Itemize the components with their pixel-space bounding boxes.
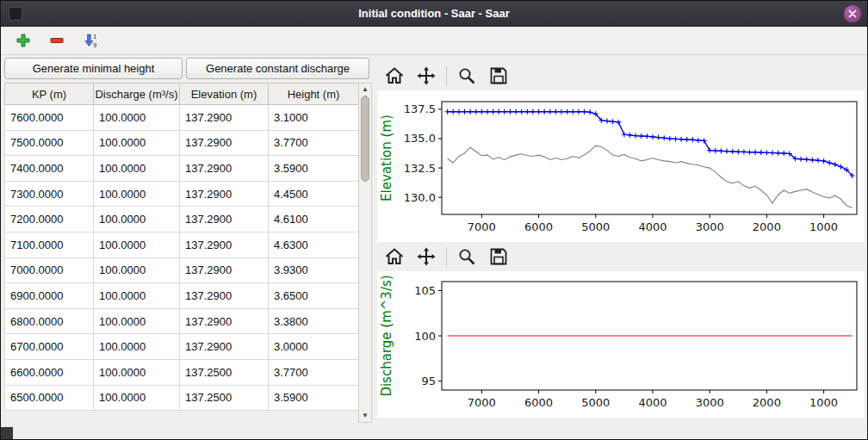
table-cell[interactable]: 100.0000 <box>94 283 180 309</box>
chart-pan-button[interactable] <box>414 245 438 269</box>
table-cell[interactable]: 4.6300 <box>269 232 359 257</box>
table-row[interactable]: 7100.0000100.0000137.29004.6300 <box>5 232 359 257</box>
chart-home-button[interactable] <box>382 245 406 269</box>
table-cell[interactable]: 137.2900 <box>180 334 269 360</box>
svg-text:135.0: 135.0 <box>404 132 436 145</box>
sort-button[interactable]: 1 9 <box>79 29 102 52</box>
table-cell[interactable]: 137.2900 <box>180 308 269 334</box>
window-resize-grip[interactable] <box>1 427 13 439</box>
table-cell[interactable]: 3.9300 <box>269 257 359 283</box>
chart-pan-button[interactable] <box>414 64 438 88</box>
table-header-row: KP (m)Discharge (m³/s)Elevation (m)Heigh… <box>5 84 359 105</box>
table-cell[interactable]: 100.0000 <box>94 334 180 360</box>
table-cell[interactable]: 137.2900 <box>180 283 269 309</box>
column-header[interactable]: KP (m) <box>5 84 94 105</box>
table-row[interactable]: 6800.0000100.0000137.29003.3800 <box>5 308 359 334</box>
table-cell[interactable]: 100.0000 <box>94 130 180 156</box>
table-cell[interactable]: 137.2500 <box>180 385 269 411</box>
generate-minimal-height-button[interactable]: Generate minimal height <box>4 58 183 79</box>
titlebar[interactable]: Initial condition - Saar - Saar <box>1 1 867 27</box>
table-cell[interactable]: 6800.0000 <box>5 308 94 334</box>
table-cell[interactable]: 137.2900 <box>180 130 269 156</box>
chart-zoom-button[interactable] <box>455 64 479 88</box>
table-row[interactable]: 6700.0000100.0000137.29003.0000 <box>5 334 359 360</box>
table-row[interactable]: 6500.0000100.0000137.25003.5900 <box>5 385 359 411</box>
table-row[interactable]: 7000.0000100.0000137.29003.9300 <box>5 257 359 283</box>
table-row[interactable]: 7400.0000100.0000137.29003.5900 <box>5 156 359 182</box>
initial-condition-table: KP (m)Discharge (m³/s)Elevation (m)Heigh… <box>4 83 358 411</box>
minus-icon <box>49 33 65 48</box>
table-cell[interactable]: 3.7700 <box>269 130 359 156</box>
scrollbar-up-arrow[interactable]: ▲ <box>359 85 371 94</box>
elevation-chart-toolbar <box>382 63 511 89</box>
discharge-chart[interactable]: 700060005000400030002000100095100105Disc… <box>377 271 865 418</box>
table-cell[interactable]: 6600.0000 <box>5 359 94 385</box>
table-cell[interactable]: 137.2900 <box>180 105 269 131</box>
table-cell[interactable]: 100.0000 <box>94 257 180 283</box>
table-cell[interactable]: 3.1000 <box>269 105 359 131</box>
elevation-chart[interactable]: 7000600050004000300020001000130.0132.513… <box>377 90 865 242</box>
table-cell[interactable]: 3.3800 <box>269 308 359 334</box>
svg-text:2000: 2000 <box>753 220 781 233</box>
table-cell[interactable]: 6500.0000 <box>5 385 94 411</box>
scrollbar-down-arrow[interactable]: ▼ <box>359 412 371 420</box>
column-header[interactable]: Elevation (m) <box>180 84 269 105</box>
table-row[interactable]: 6900.0000100.0000137.29003.6500 <box>5 283 359 309</box>
table-cell[interactable]: 100.0000 <box>94 156 180 182</box>
chart-canvas[interactable]: 7000600050004000300020001000130.0132.513… <box>377 90 865 242</box>
scrollbar-thumb[interactable] <box>361 96 369 182</box>
chart-zoom-button[interactable] <box>455 245 479 269</box>
table-cell[interactable]: 100.0000 <box>94 181 180 207</box>
table-cell[interactable]: 100.0000 <box>94 105 180 131</box>
chart-home-button[interactable] <box>382 64 406 88</box>
table-cell[interactable]: 137.2900 <box>180 156 269 182</box>
remove-row-button[interactable] <box>46 29 68 52</box>
table-cell[interactable]: 3.6500 <box>269 283 359 309</box>
table-scrollbar[interactable]: ▲ ▼ <box>358 83 372 423</box>
column-header[interactable]: Height (m) <box>269 84 359 105</box>
table-cell[interactable]: 137.2900 <box>180 257 269 283</box>
discharge-chart-toolbar <box>382 244 511 270</box>
move-icon <box>416 65 437 86</box>
table-cell[interactable]: 4.4500 <box>269 181 359 207</box>
table-row[interactable]: 7200.0000100.0000137.29004.6100 <box>5 207 359 232</box>
svg-text:100: 100 <box>414 330 436 343</box>
table-cell[interactable]: 6700.0000 <box>5 334 94 360</box>
generate-constant-discharge-button[interactable]: Generate constant discharge <box>186 58 369 79</box>
table-row[interactable]: 7500.0000100.0000137.29003.7700 <box>5 130 359 156</box>
table-cell[interactable]: 7100.0000 <box>5 232 94 257</box>
table-cell[interactable]: 7000.0000 <box>5 257 94 283</box>
add-row-button[interactable] <box>12 29 34 52</box>
chart-save-button[interactable] <box>487 245 511 269</box>
home-icon <box>384 246 405 267</box>
table-cell[interactable]: 3.5900 <box>269 385 359 411</box>
table-cell[interactable]: 137.2900 <box>180 181 269 207</box>
table-cell[interactable]: 100.0000 <box>94 308 180 334</box>
chart-save-button[interactable] <box>487 64 511 88</box>
table-cell[interactable]: 100.0000 <box>94 385 180 411</box>
close-button[interactable] <box>843 4 862 23</box>
table-row[interactable]: 7600.0000100.0000137.29003.1000 <box>5 105 359 131</box>
column-header[interactable]: Discharge (m³/s) <box>94 84 180 105</box>
table-cell[interactable]: 7400.0000 <box>5 156 94 182</box>
table-cell[interactable]: 4.6100 <box>269 207 359 232</box>
table-cell[interactable]: 137.2500 <box>180 359 269 385</box>
table-cell[interactable]: 3.7700 <box>269 359 359 385</box>
table-cell[interactable]: 7200.0000 <box>5 207 94 232</box>
svg-text:130.0: 130.0 <box>404 191 436 204</box>
table-cell[interactable]: 6900.0000 <box>5 283 94 309</box>
table-cell[interactable]: 7500.0000 <box>5 130 94 156</box>
table-cell[interactable]: 3.0000 <box>269 334 359 360</box>
table-cell[interactable]: 7600.0000 <box>5 105 94 131</box>
chart-canvas[interactable]: 700060005000400030002000100095100105Disc… <box>377 271 865 418</box>
svg-text:6000: 6000 <box>524 396 553 409</box>
table-row[interactable]: 6600.0000100.0000137.25003.7700 <box>5 359 359 385</box>
table-cell[interactable]: 100.0000 <box>94 359 180 385</box>
table-cell[interactable]: 7300.0000 <box>5 181 94 207</box>
table-cell[interactable]: 137.2900 <box>180 207 269 232</box>
table-row[interactable]: 7300.0000100.0000137.29004.4500 <box>5 181 359 207</box>
table-cell[interactable]: 100.0000 <box>94 232 180 257</box>
table-cell[interactable]: 137.2900 <box>180 232 269 257</box>
table-cell[interactable]: 100.0000 <box>94 207 180 232</box>
table-cell[interactable]: 3.5900 <box>269 156 359 182</box>
